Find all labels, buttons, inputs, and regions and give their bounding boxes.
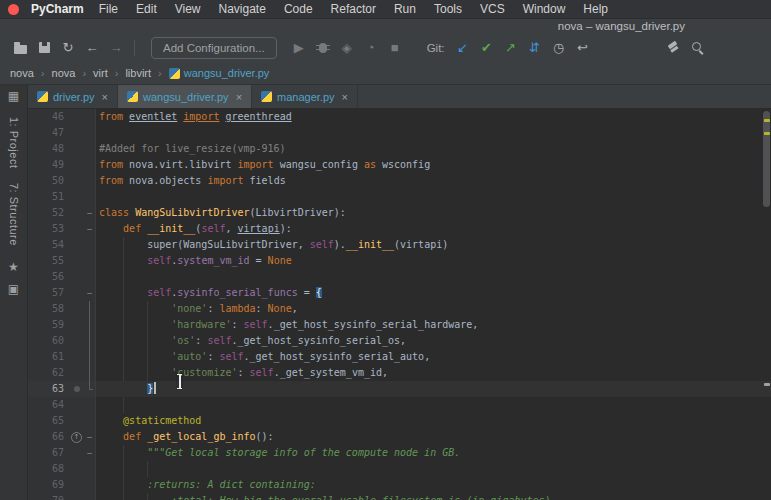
tab-wangsu_driver.py[interactable]: wangsu_driver.py×	[118, 85, 252, 108]
code-text[interactable]: from nova.objects import fields	[96, 173, 771, 189]
editor-line[interactable]: 53− def __init__(self, virtapi):	[28, 221, 771, 237]
back-icon[interactable]: ←	[80, 37, 104, 59]
breadcrumb-item[interactable]: wangsu_driver.py	[169, 67, 270, 79]
line-number[interactable]: 65	[28, 413, 70, 429]
menu-item-run[interactable]: Run	[385, 0, 425, 19]
fold-marker[interactable]: −	[84, 205, 96, 221]
code-text[interactable]: self.system_vm_id = None	[96, 253, 771, 269]
line-number[interactable]: 52	[28, 205, 70, 221]
tab-manager.py[interactable]: manager.py×	[252, 85, 358, 108]
fold-marker[interactable]: −	[84, 429, 96, 445]
code-text[interactable]: #Added for live_resize(vmp-916)	[96, 141, 771, 157]
code-text[interactable]	[96, 189, 771, 205]
fold-marker[interactable]	[84, 349, 96, 365]
app-menu-pycharm[interactable]: PyCharm	[31, 2, 84, 16]
editor-line[interactable]: 54 super(WangSuLibvirtDriver, self).__in…	[28, 237, 771, 253]
editor-line[interactable]: 58 'none': lambda: None,	[28, 301, 771, 317]
fold-marker[interactable]	[84, 381, 96, 397]
code-text[interactable]: from nova.virt.libvirt import wangsu_con…	[96, 157, 771, 173]
line-number[interactable]: 62	[28, 365, 70, 381]
menu-item-code[interactable]: Code	[275, 0, 322, 19]
menu-item-vcs[interactable]: VCS	[471, 0, 514, 19]
fold-marker[interactable]	[84, 365, 96, 381]
code-text[interactable]: 'customize': self._get_system_vm_id,	[96, 365, 771, 381]
tab-close-icon[interactable]: ×	[342, 91, 348, 103]
line-number[interactable]: 53	[28, 221, 70, 237]
menu-item-help[interactable]: Help	[574, 0, 617, 19]
sidebar-item-project[interactable]: 1: Project	[8, 117, 20, 168]
line-number[interactable]: 58	[28, 301, 70, 317]
code-text[interactable]: class WangSuLibvirtDriver(LibvirtDriver)…	[96, 205, 771, 221]
editor-line[interactable]: 57− self.sysinfo_serial_funcs = {	[28, 285, 771, 301]
editor-line[interactable]: 50from nova.objects import fields	[28, 173, 771, 189]
editor-line[interactable]: 48#Added for live_resize(vmp-916)	[28, 141, 771, 157]
line-number[interactable]: 47	[28, 125, 70, 141]
code-text[interactable]	[96, 269, 771, 285]
code-text[interactable]: :total: How big the overall usable files…	[96, 493, 771, 500]
editor-line[interactable]: 70 :total: How big the overall usable fi…	[28, 493, 771, 500]
override-method-icon[interactable]: ↑	[71, 432, 82, 443]
tab-driver.py[interactable]: driver.py×	[28, 85, 118, 108]
editor-line[interactable]: 60 'os': self._get_host_sysinfo_serial_o…	[28, 333, 771, 349]
fold-marker[interactable]	[84, 301, 96, 317]
error-stripe-mark[interactable]	[764, 383, 770, 386]
code-text[interactable]: }	[96, 381, 771, 397]
fold-marker[interactable]	[84, 189, 96, 205]
editor-line[interactable]: 69 :returns: A dict containing:	[28, 477, 771, 493]
fold-marker[interactable]	[84, 413, 96, 429]
favorites-icon[interactable]: ★	[8, 261, 19, 273]
scrollbar-thumb[interactable]	[763, 111, 770, 207]
editor-line[interactable]: 67− """Get local storage info of the com…	[28, 445, 771, 461]
fold-marker[interactable]	[84, 461, 96, 477]
line-number[interactable]: 63	[28, 381, 70, 397]
coverage-icon[interactable]: ◈	[335, 37, 359, 59]
fold-marker[interactable]	[84, 269, 96, 285]
fold-marker[interactable]	[84, 493, 96, 500]
line-number[interactable]: 46	[28, 109, 70, 125]
fold-marker[interactable]	[84, 141, 96, 157]
breadcrumb-item[interactable]: nova	[52, 67, 76, 79]
code-text[interactable]: super(WangSuLibvirtDriver, self).__init_…	[96, 237, 771, 253]
error-stripe-mark[interactable]	[764, 132, 770, 135]
line-number[interactable]: 57	[28, 285, 70, 301]
save-all-icon[interactable]	[32, 37, 56, 59]
line-number[interactable]: 66	[28, 429, 70, 445]
fold-marker[interactable]	[84, 125, 96, 141]
code-text[interactable]: 'none': lambda: None,	[96, 301, 771, 317]
fold-marker[interactable]	[84, 173, 96, 189]
line-number[interactable]: 59	[28, 317, 70, 333]
window-close-button[interactable]	[8, 4, 19, 15]
menu-item-view[interactable]: View	[166, 0, 210, 19]
stop-icon[interactable]: ■	[383, 37, 407, 59]
run-icon[interactable]: ▶	[287, 37, 311, 59]
open-folder-icon[interactable]	[8, 37, 32, 59]
breadcrumb-item[interactable]: libvirt	[125, 67, 151, 79]
forward-icon[interactable]: →	[104, 37, 128, 59]
menu-item-window[interactable]: Window	[514, 0, 575, 19]
code-text[interactable]: self.sysinfo_serial_funcs = {	[96, 285, 771, 301]
fold-marker[interactable]	[84, 477, 96, 493]
rollback-icon[interactable]: ↩	[571, 37, 595, 59]
menu-item-tools[interactable]: Tools	[425, 0, 471, 19]
fold-marker[interactable]	[84, 333, 96, 349]
fold-marker[interactable]	[84, 317, 96, 333]
fold-marker[interactable]	[84, 157, 96, 173]
code-text[interactable]: @staticmethod	[96, 413, 771, 429]
line-number[interactable]: 68	[28, 461, 70, 477]
build-icon[interactable]	[661, 37, 685, 59]
editor-line[interactable]: 64	[28, 397, 771, 413]
menu-item-file[interactable]: File	[90, 0, 127, 19]
editor-line[interactable]: 56	[28, 269, 771, 285]
code-text[interactable]: 'os': self._get_host_sysinfo_serial_os,	[96, 333, 771, 349]
editor-line[interactable]: 65 @staticmethod	[28, 413, 771, 429]
code-text[interactable]	[96, 125, 771, 141]
line-number[interactable]: 64	[28, 397, 70, 413]
fold-marker[interactable]: −	[84, 445, 96, 461]
vcs-push-icon[interactable]: ↗	[499, 37, 523, 59]
code-text[interactable]: def __init__(self, virtapi):	[96, 221, 771, 237]
menu-item-navigate[interactable]: Navigate	[210, 0, 275, 19]
fold-marker[interactable]	[84, 253, 96, 269]
breadcrumb-item[interactable]: nova	[10, 67, 34, 79]
code-text[interactable]	[96, 461, 771, 477]
fold-marker[interactable]: −	[84, 285, 96, 301]
